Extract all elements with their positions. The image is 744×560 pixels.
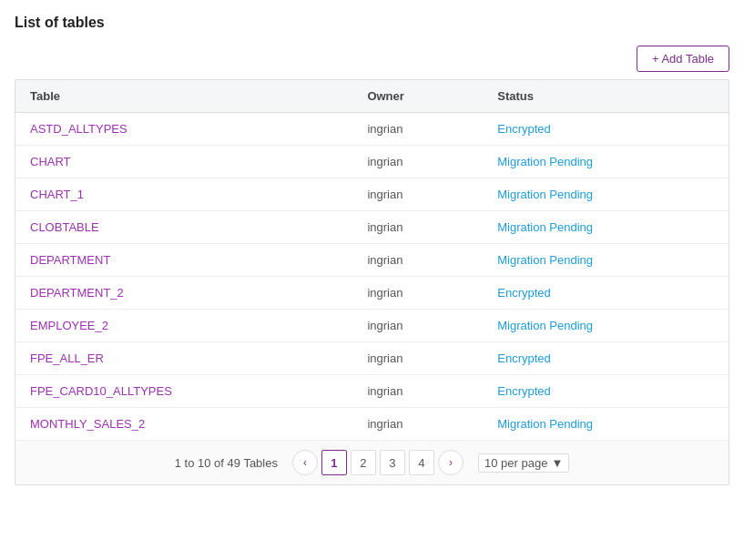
table-row: CLOBTABLEingrianMigration Pending: [15, 211, 729, 244]
page-btn-4[interactable]: 4: [409, 450, 434, 475]
per-page-selector[interactable]: 10 per page ▼: [478, 453, 569, 473]
table-status-cell: Encrypted: [483, 113, 729, 146]
table-owner-cell: ingrian: [352, 408, 483, 441]
table-name-cell[interactable]: EMPLOYEE_2: [15, 310, 352, 342]
table-owner-cell: ingrian: [352, 113, 483, 146]
prev-page-button[interactable]: ‹: [292, 450, 318, 475]
table-owner-cell: ingrian: [352, 277, 483, 310]
table-status-cell: Encrypted: [483, 277, 729, 310]
table-owner-cell: ingrian: [352, 211, 483, 244]
table-name-cell[interactable]: DEPARTMENT: [15, 244, 352, 277]
table-row: MONTHLY_SALES_2ingrianMigration Pending: [15, 408, 729, 441]
table-row: EMPLOYEE_2ingrianMigration Pending: [15, 310, 729, 342]
table-row: DEPARTMENT_2ingrianEncrypted: [15, 277, 729, 310]
pagination-info: 1 to 10 of 49 Tables: [175, 456, 278, 470]
table-status-cell: Migration Pending: [483, 178, 729, 211]
table-row: CHARTingrianMigration Pending: [15, 146, 729, 178]
table-status-cell: Encrypted: [483, 342, 729, 375]
table-name-cell[interactable]: CHART_1: [15, 178, 352, 211]
table-owner-cell: ingrian: [352, 375, 483, 408]
page-btn-1[interactable]: 1: [321, 450, 347, 475]
per-page-label: 10 per page: [484, 456, 547, 470]
table-owner-cell: ingrian: [352, 342, 483, 375]
table-status-cell: Migration Pending: [483, 146, 729, 178]
table-owner-cell: ingrian: [352, 146, 483, 178]
table-owner-cell: ingrian: [352, 244, 483, 277]
table-name-cell[interactable]: DEPARTMENT_2: [15, 277, 352, 310]
table-row: FPE_CARD10_ALLTYPESingrianEncrypted: [15, 375, 729, 408]
table-name-cell[interactable]: FPE_ALL_ER: [15, 342, 352, 375]
page-title: List of tables: [15, 15, 729, 31]
page-btn-2[interactable]: 2: [351, 450, 376, 475]
table-status-cell: Migration Pending: [483, 408, 729, 441]
table-status-cell: Encrypted: [483, 375, 729, 408]
page-btn-3[interactable]: 3: [380, 450, 405, 475]
table-name-cell[interactable]: MONTHLY_SALES_2: [15, 408, 352, 441]
table-name-cell[interactable]: CLOBTABLE: [15, 211, 352, 244]
tables-container: Table Owner Status ASTD_ALLTYPESingrianE…: [15, 79, 729, 485]
col-header-owner: Owner: [352, 80, 483, 113]
col-header-status: Status: [483, 80, 729, 113]
table-status-cell: Migration Pending: [483, 244, 729, 277]
table-owner-cell: ingrian: [352, 310, 483, 342]
col-header-table: Table: [15, 80, 352, 113]
add-table-button[interactable]: + Add Table: [637, 46, 729, 72]
table-row: FPE_ALL_ERingrianEncrypted: [15, 342, 729, 375]
table-header-row: Table Owner Status: [15, 80, 729, 113]
toolbar: + Add Table: [15, 46, 729, 72]
table-row: CHART_1ingrianMigration Pending: [15, 178, 729, 211]
tables-table: Table Owner Status ASTD_ALLTYPESingrianE…: [15, 80, 729, 440]
table-owner-cell: ingrian: [352, 178, 483, 211]
table-status-cell: Migration Pending: [483, 211, 729, 244]
table-row: ASTD_ALLTYPESingrianEncrypted: [15, 113, 729, 146]
pagination-bar: 1 to 10 of 49 Tables ‹ 1 2 3 4 › 10 per …: [15, 440, 729, 484]
table-status-cell: Migration Pending: [483, 310, 729, 342]
next-page-button[interactable]: ›: [438, 450, 464, 475]
table-name-cell[interactable]: CHART: [15, 146, 352, 178]
table-name-cell[interactable]: FPE_CARD10_ALLTYPES: [15, 375, 352, 408]
table-row: DEPARTMENTingrianMigration Pending: [15, 244, 729, 277]
table-name-cell[interactable]: ASTD_ALLTYPES: [15, 113, 352, 146]
per-page-chevron-icon: ▼: [551, 456, 563, 470]
